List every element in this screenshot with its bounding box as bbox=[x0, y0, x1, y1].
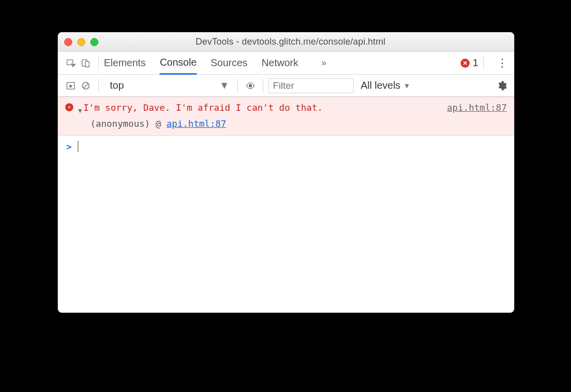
svg-rect-2 bbox=[85, 61, 89, 67]
clear-console-icon[interactable] bbox=[78, 78, 93, 93]
console-prompt[interactable]: > bbox=[58, 136, 514, 157]
close-window-button[interactable] bbox=[64, 38, 72, 46]
toggle-sidebar-icon[interactable] bbox=[63, 78, 78, 93]
console-settings-icon[interactable] bbox=[495, 79, 509, 93]
separator bbox=[263, 79, 263, 93]
device-toolbar-icon[interactable] bbox=[78, 56, 93, 71]
separator bbox=[237, 79, 238, 93]
error-icon: ✕ bbox=[65, 103, 73, 111]
error-message: I'm sorry, Dave. I'm afraid I can't do t… bbox=[83, 101, 323, 114]
error-count: 1 bbox=[473, 57, 478, 69]
error-counter[interactable]: ✕ 1 bbox=[461, 57, 478, 69]
context-label: top bbox=[110, 80, 124, 91]
text-cursor bbox=[78, 141, 78, 152]
console-error-entry[interactable]: ✕ ▼ I'm sorry, Dave. I'm afraid I can't … bbox=[58, 97, 514, 136]
dropdown-icon: ▼ bbox=[403, 82, 410, 90]
execution-context-selector[interactable]: top ▼ bbox=[107, 80, 232, 91]
console-toolbar: top ▼ All levels ▼ bbox=[58, 75, 514, 97]
error-icon: ✕ bbox=[461, 59, 470, 68]
console-output: ✕ ▼ I'm sorry, Dave. I'm afraid I can't … bbox=[58, 97, 514, 157]
error-source-link[interactable]: api.html:87 bbox=[437, 101, 507, 114]
stack-function: (anonymous) bbox=[90, 118, 150, 129]
more-tabs-icon[interactable]: » bbox=[322, 58, 327, 68]
tab-console[interactable]: Console bbox=[160, 52, 196, 75]
panel-tabbar: Elements Console Sources Network » ✕ 1 ⋮ bbox=[58, 52, 514, 75]
svg-line-5 bbox=[83, 83, 88, 88]
separator bbox=[98, 79, 99, 93]
stack-source-link[interactable]: api.html:87 bbox=[167, 118, 226, 129]
tab-elements[interactable]: Elements bbox=[104, 52, 146, 74]
stack-separator: @ bbox=[156, 118, 161, 129]
panel-tabs: Elements Console Sources Network » bbox=[104, 52, 327, 74]
disclosure-triangle-icon[interactable]: ▼ bbox=[78, 104, 82, 117]
log-levels-selector[interactable]: All levels ▼ bbox=[361, 80, 410, 91]
separator bbox=[483, 56, 484, 70]
tab-sources[interactable]: Sources bbox=[211, 52, 247, 74]
kebab-menu-icon[interactable]: ⋮ bbox=[496, 57, 509, 70]
dropdown-icon: ▼ bbox=[219, 80, 229, 91]
inspect-element-icon[interactable] bbox=[63, 56, 78, 71]
prompt-chevron-icon: > bbox=[66, 141, 72, 152]
devtools-window: DevTools - devtools.glitch.me/console/ap… bbox=[58, 32, 514, 313]
stack-trace: (anonymous) @ api.html:87 bbox=[65, 117, 507, 130]
titlebar: DevTools - devtools.glitch.me/console/ap… bbox=[58, 33, 514, 52]
tab-network[interactable]: Network bbox=[261, 52, 298, 74]
separator bbox=[98, 56, 99, 70]
svg-point-6 bbox=[249, 84, 252, 87]
window-title: DevTools - devtools.glitch.me/console/ap… bbox=[73, 37, 508, 47]
levels-label: All levels bbox=[361, 80, 400, 91]
live-expression-icon[interactable] bbox=[243, 78, 258, 93]
filter-input[interactable] bbox=[268, 78, 354, 93]
